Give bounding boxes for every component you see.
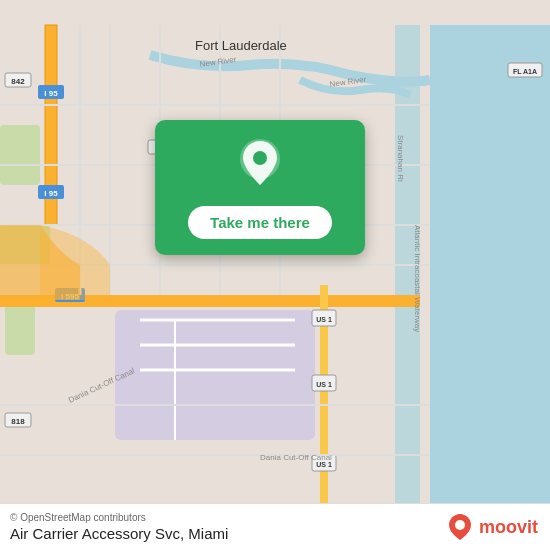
osm-attribution: © OpenStreetMap contributors [10, 512, 228, 523]
action-card: Take me there [155, 120, 365, 255]
svg-text:Fort Lauderdale: Fort Lauderdale [195, 38, 287, 53]
svg-text:I 95: I 95 [44, 89, 58, 98]
svg-text:Atlantic Intracoastal Waterway: Atlantic Intracoastal Waterway [413, 225, 422, 332]
svg-text:Dania Cut-Off Canal: Dania Cut-Off Canal [260, 453, 332, 462]
svg-text:842: 842 [11, 77, 25, 86]
moovit-text: moovit [479, 517, 538, 538]
svg-rect-1 [430, 25, 550, 525]
moovit-logo: moovit [445, 512, 538, 542]
location-icon-wrapper [233, 138, 287, 192]
moovit-icon [445, 512, 475, 542]
svg-text:FL A1A: FL A1A [513, 68, 537, 75]
svg-rect-5 [5, 305, 35, 355]
bottom-left-info: © OpenStreetMap contributors Air Carrier… [10, 512, 228, 542]
svg-point-55 [455, 520, 465, 530]
bottom-bar: © OpenStreetMap contributors Air Carrier… [0, 503, 550, 550]
map-container: I 95 I 95 I 595 US 1 US 1 US 1 FL 736 FL… [0, 0, 550, 550]
location-pin-icon [235, 137, 285, 193]
svg-text:I 95: I 95 [44, 189, 58, 198]
location-name: Air Carrier Accessory Svc, Miami [10, 525, 228, 542]
take-me-there-button[interactable]: Take me there [188, 206, 332, 239]
svg-text:Stranahan Ri: Stranahan Ri [396, 135, 405, 182]
svg-rect-3 [0, 125, 40, 185]
svg-rect-6 [115, 310, 315, 440]
svg-text:US 1: US 1 [316, 381, 332, 388]
svg-point-54 [253, 151, 267, 165]
svg-text:US 1: US 1 [316, 461, 332, 468]
map-background: I 95 I 95 I 595 US 1 US 1 US 1 FL 736 FL… [0, 0, 550, 550]
svg-text:818: 818 [11, 417, 25, 426]
svg-text:US 1: US 1 [316, 316, 332, 323]
